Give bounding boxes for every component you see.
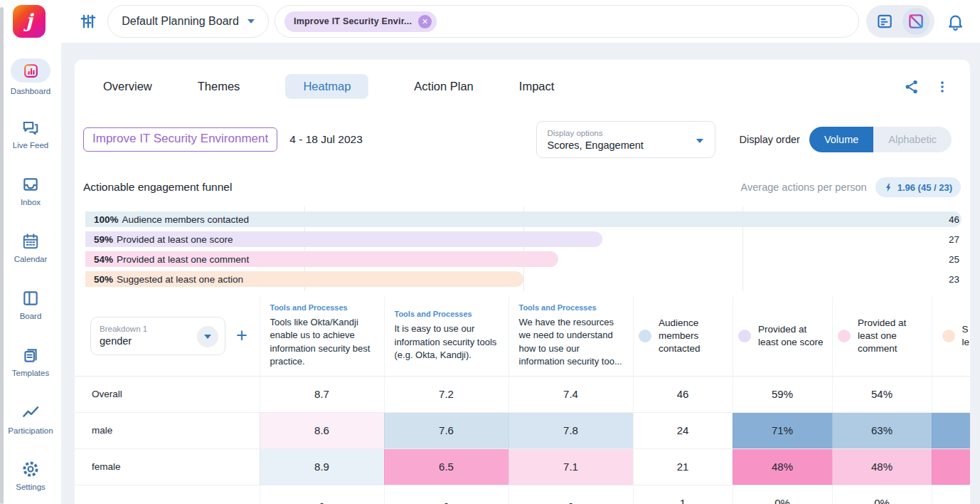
inbox-icon (21, 175, 40, 194)
order-alphabetic-button[interactable]: Alphabetic (873, 127, 952, 152)
metric-label: Provided at least one comment (858, 317, 926, 356)
heatmap-cell[interactable]: 48% (733, 448, 832, 485)
bell-icon (946, 12, 965, 31)
funnel-row[interactable]: 54% Provided at least one comment 25 (85, 251, 962, 267)
breakdown-select[interactable]: Breakdown 1 gender (90, 317, 225, 355)
app-logo[interactable]: j (13, 5, 46, 38)
heatmap-cell[interactable] (932, 412, 970, 448)
question-column-header[interactable]: Tools and Processes It is easy to use ou… (384, 296, 508, 376)
slashed-board-icon (907, 12, 925, 31)
filter-settings-button[interactable] (78, 12, 98, 31)
funnel-bar: 54% Provided at least one comment (85, 251, 558, 267)
question-theme[interactable]: Tools and Processes (519, 303, 623, 312)
funnel-pct: 100% (94, 214, 119, 225)
heatmap-cell[interactable]: 1 (633, 485, 733, 504)
notifications-button[interactable] (942, 8, 969, 35)
question-theme[interactable]: Tools and Processes (395, 310, 499, 318)
question-column-header[interactable]: Tools and Processes We have the resource… (508, 296, 633, 376)
heatmap-cell[interactable]: 7.2 (384, 376, 508, 412)
metric-label: Audience members contacted (659, 317, 727, 356)
table-row: female 8.9 6.5 7.1 21 48% 48% (75, 448, 970, 485)
display-order-label: Display order (739, 134, 799, 145)
heatmap-cell[interactable]: 0% (733, 485, 832, 504)
tab-overview[interactable]: Overview (103, 74, 152, 99)
question-theme[interactable]: Tools and Processes (270, 303, 374, 312)
display-options-select[interactable]: Display options Scores, Engagement (536, 121, 715, 158)
notes-view-button[interactable] (871, 8, 898, 35)
table-row: Overall 8.7 7.2 7.4 46 59% 54% (75, 376, 970, 412)
heatmap-cell[interactable]: 7.8 (508, 412, 633, 448)
heatmap-cell[interactable]: 48% (832, 448, 932, 485)
sidebar-item-label: Participation (8, 426, 53, 435)
sidebar-item-settings[interactable]: Settings (0, 447, 61, 504)
metric-label: Provided at least one score (758, 323, 826, 349)
share-icon[interactable] (903, 78, 920, 95)
sidebar-item-live-feed[interactable]: Live Feed (0, 105, 61, 162)
heatmap-cell[interactable]: 63% (832, 412, 932, 448)
avg-actions-badge: 1.96 (45 / 23) (875, 177, 961, 197)
search-filter-chip[interactable]: Improve IT Security Envir... × (284, 11, 437, 32)
tab-action-plan[interactable]: Action Plan (414, 74, 473, 99)
sidebar-item-participation[interactable]: Participation (0, 390, 61, 447)
heatmap-cell[interactable]: - (384, 485, 508, 504)
heatmap-cell[interactable]: 46 (633, 376, 733, 412)
window-scroll-strip[interactable] (0, 7, 4, 504)
metric-dot (738, 330, 751, 342)
tab-themes[interactable]: Themes (198, 74, 240, 99)
heatmap-cell[interactable]: 7.1 (508, 448, 633, 485)
survey-title-chip[interactable]: Improve IT Security Environment (83, 127, 277, 152)
heatmap-cell[interactable]: 8.7 (260, 376, 384, 412)
heatmap-cell[interactable]: 54% (832, 376, 932, 412)
active-pill (11, 58, 50, 83)
question-column-header[interactable]: Tools and Processes Tools like Okta/Kand… (260, 296, 384, 376)
tab-heatmap[interactable]: Heatmap (285, 74, 368, 99)
sidebar-item-inbox[interactable]: Inbox (0, 162, 61, 219)
board-selector-label: Default Planning Board (122, 15, 239, 28)
kebab-menu-icon[interactable] (934, 79, 950, 95)
sidebar-item-board[interactable]: Board (0, 276, 61, 333)
heatmap-cell[interactable]: 21 (633, 448, 733, 485)
heatmap-cell[interactable] (932, 485, 970, 504)
heatmap-card: Overview Themes Heatmap Action Plan Impa… (75, 60, 970, 504)
funnel-header: Actionable engagement funnel Average act… (75, 177, 970, 197)
templates-icon (21, 346, 40, 364)
heatmap-cell[interactable]: - (508, 485, 633, 504)
heatmap-cell[interactable]: 71% (733, 412, 832, 448)
notes-icon (875, 12, 894, 31)
row-label: Overall (75, 376, 260, 412)
heatmap-cell[interactable]: 0% (832, 485, 932, 504)
order-volume-button[interactable]: Volume (809, 127, 873, 152)
board-selector[interactable]: Default Planning Board (107, 5, 269, 38)
heatmap-cell[interactable] (932, 376, 970, 412)
breakdown-chevron-button[interactable] (197, 326, 218, 347)
close-icon[interactable]: × (418, 15, 432, 28)
sidebar-item-label: Board (20, 312, 42, 320)
row-label: female (75, 448, 260, 485)
metric-label: S le (962, 323, 970, 349)
metric-column-header: S le (932, 296, 970, 376)
search-input[interactable]: Improve IT Security Envir... × (275, 5, 859, 38)
heatmap-cell[interactable]: 24 (633, 412, 733, 448)
metric-dot (838, 330, 851, 342)
heatmap-cell[interactable]: 8.6 (260, 412, 384, 448)
chevron-down-icon (696, 139, 703, 143)
heatmap-cell[interactable]: - (260, 485, 384, 504)
sidebar-item-templates[interactable]: Templates (0, 333, 61, 390)
chevron-down-icon (247, 19, 255, 23)
heatmap-cell[interactable]: 7.4 (508, 376, 633, 412)
heatmap-cell[interactable]: 7.6 (384, 412, 508, 448)
sidebar-item-calendar[interactable]: Calendar (0, 219, 61, 276)
funnel-row[interactable]: 100% Audience members contacted 46 (85, 211, 962, 227)
funnel-row[interactable]: 50% Suggested at least one action 23 (85, 271, 962, 287)
hide-panel-button[interactable] (902, 8, 930, 35)
metric-dot (942, 330, 955, 342)
sidebar-item-dashboard[interactable]: Dashboard (0, 48, 61, 105)
heatmap-cell[interactable] (932, 448, 970, 485)
heatmap-cell[interactable]: 8.9 (260, 448, 384, 485)
heatmap-cell[interactable]: 6.5 (384, 448, 508, 485)
tab-impact[interactable]: Impact (519, 74, 555, 99)
heatmap-cell[interactable]: 59% (733, 376, 832, 412)
heatmap-table: Breakdown 1 gender + Tools and Processes… (75, 296, 970, 504)
add-breakdown-button[interactable]: + (236, 326, 247, 345)
funnel-row[interactable]: 59% Provided at least one score 27 (85, 231, 962, 247)
